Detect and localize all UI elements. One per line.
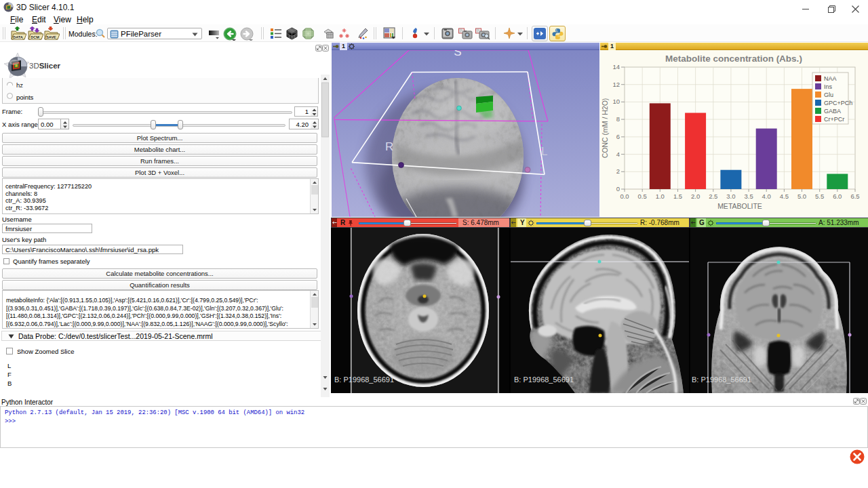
svg-text:0.0: 0.0: [620, 192, 629, 200]
svg-text:0.5: 0.5: [638, 192, 647, 200]
svg-text:GPC+PCh: GPC+PCh: [824, 100, 852, 106]
svg-text:6.5: 6.5: [850, 192, 859, 200]
svg-text:1.0: 1.0: [656, 192, 665, 200]
svg-text:2: 2: [616, 167, 620, 175]
svg-text:B: P19968_56691: B: P19968_56691: [334, 375, 394, 384]
svg-text:0: 0: [616, 185, 620, 192]
svg-text:DCM: DCM: [31, 35, 39, 39]
svg-text:Ins: Ins: [824, 83, 833, 90]
svg-text:4.0: 4.0: [762, 192, 771, 200]
svg-text:1.5: 1.5: [673, 192, 682, 200]
svg-text:SAVE: SAVE: [46, 35, 56, 39]
svg-text:2.0: 2.0: [691, 192, 700, 200]
svg-text:B: P19968_56691: B: P19968_56691: [692, 375, 751, 384]
svg-text:3.5: 3.5: [744, 192, 753, 200]
svg-text:Metabolite concentration (Abs.: Metabolite concentration (Abs.): [665, 54, 802, 64]
svg-text:5.0: 5.0: [797, 192, 806, 200]
svg-text:DATA: DATA: [13, 35, 22, 39]
svg-text:B: P19968_56691: B: P19968_56691: [514, 375, 574, 384]
svg-text:Glu: Glu: [824, 92, 833, 98]
svg-text:R: R: [385, 140, 393, 153]
svg-text:4: 4: [616, 150, 620, 158]
svg-text:METABOLITE: METABOLITE: [717, 202, 762, 210]
svg-text:Cr+PCr: Cr+PCr: [824, 116, 844, 123]
svg-text:CONC (mM / H2O): CONC (mM / H2O): [601, 98, 609, 159]
svg-text:6.0: 6.0: [833, 192, 842, 200]
svg-text:6: 6: [616, 133, 620, 140]
svg-text:L: L: [541, 145, 547, 158]
svg-text:2.5: 2.5: [709, 192, 717, 200]
svg-text:10: 10: [612, 98, 620, 105]
svg-text:8: 8: [616, 115, 620, 123]
svg-text:4.5: 4.5: [780, 192, 789, 200]
svg-text:GABA: GABA: [824, 108, 841, 115]
svg-text:NAA: NAA: [824, 75, 837, 82]
svg-text:5.5: 5.5: [815, 192, 824, 200]
svg-text:3.0: 3.0: [726, 192, 735, 200]
svg-text:12: 12: [612, 81, 620, 88]
svg-text:14: 14: [612, 63, 620, 70]
